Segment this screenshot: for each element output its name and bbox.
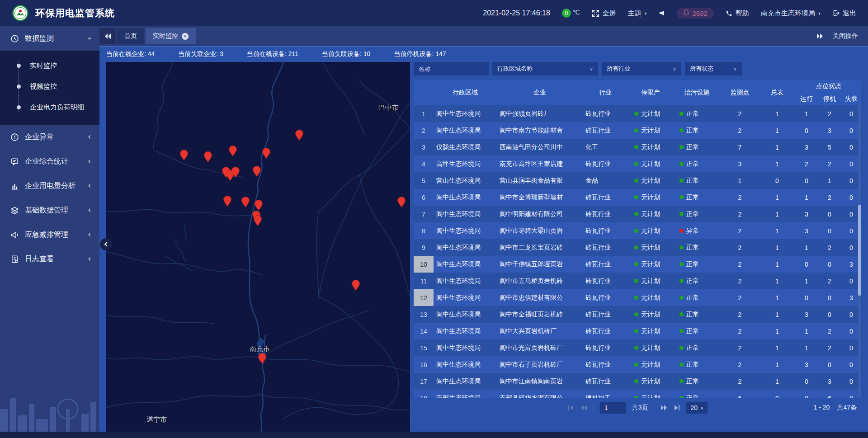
- cell-enterprise: 阆中大兴页岩机砖厂: [497, 323, 583, 339]
- table-row[interactable]: 7阆中生态环境局阆中明阳建材有限公司砖瓦行业无计划正常21300: [414, 206, 861, 222]
- scrollbar-thumb[interactable]: [858, 205, 861, 296]
- sound-toggle[interactable]: [659, 10, 665, 16]
- table-row[interactable]: 8阆中生态环境局阆中市枣碧大梁山页岩砖瓦行业无计划异常21300: [414, 222, 861, 239]
- cell-region: 仪陇生态环境局: [434, 139, 497, 155]
- map-panel[interactable]: 巴中市南充市遂宁市: [106, 62, 410, 432]
- notification-badge[interactable]: 2632: [677, 8, 714, 19]
- tab-close-icon[interactable]: ✕: [182, 33, 189, 40]
- table-row[interactable]: 15阆中生态环境局阆中市光富页岩机砖厂砖瓦行业无计划正常21120: [414, 339, 861, 356]
- cell-industry: 建材加工: [583, 390, 628, 398]
- table-row[interactable]: 5营山生态环境局营山县润丰肉食品有限食品无计划正常10010: [414, 172, 861, 189]
- pagination-bar: 共3页 20 ∨: [414, 398, 861, 417]
- map-pin-icon[interactable]: [255, 200, 263, 211]
- table-row[interactable]: 9阆中生态环境局阆中市二龙长宝页岩砖砖瓦行业无计划正常21120: [414, 239, 861, 256]
- cell-region: 阆中生态环境局: [434, 105, 497, 122]
- map-pin-icon[interactable]: [295, 130, 303, 141]
- limit-status-dot: [634, 346, 638, 350]
- cell-total-meters: 1: [759, 122, 795, 139]
- chart-icon: [10, 181, 19, 190]
- sidebar-item-enterprise-statistics[interactable]: 企业综合统计: [0, 149, 99, 174]
- sidebar-item-base-data-management[interactable]: 基础数据管理: [0, 198, 99, 222]
- table-row[interactable]: 18南部生态环境局南部县砚华水泥有限公建材加工无计划正常60060: [414, 390, 861, 398]
- industry-select[interactable]: 所有行业 ∨: [602, 62, 681, 75]
- map-pin-icon[interactable]: [204, 151, 212, 162]
- table-row[interactable]: 11阆中生态环境局阆中市五马桥页岩机砖砖瓦行业无计划正常21120: [414, 273, 861, 289]
- help-button[interactable]: 帮助: [726, 9, 749, 18]
- map-pin-icon[interactable]: [241, 197, 250, 207]
- map-pin-icon[interactable]: [253, 166, 261, 177]
- column-header: 行政区域: [434, 80, 497, 105]
- limit-status-dot: [634, 262, 638, 266]
- cell-running: 1: [795, 323, 818, 339]
- table-row[interactable]: 1阆中生态环境局阆中强锐页岩砖厂砖瓦行业无计划正常21120: [414, 105, 861, 122]
- sidebar-collapse-handle[interactable]: [100, 238, 112, 250]
- table-row[interactable]: 10阆中生态环境局阆中千佛镇五郎垭页岩砖瓦行业无计划正常21003: [414, 256, 861, 273]
- sidebar-item-log-view[interactable]: 日志查看: [0, 247, 99, 271]
- cell-pollution-facility: 正常: [673, 339, 721, 356]
- sidebar-subitem-realtime-monitor[interactable]: 实时监控: [0, 55, 99, 76]
- map-pin-icon[interactable]: [258, 353, 266, 364]
- cell-region: 高坪生态环境局: [434, 155, 497, 172]
- facility-status-dot: [679, 296, 684, 300]
- cell-monitor-points: 2: [721, 323, 759, 339]
- cell-region: 阆中生态环境局: [434, 356, 497, 373]
- map-pin-icon[interactable]: [254, 215, 262, 226]
- table-row[interactable]: 6阆中生态环境局阆中市金博瑞新型墙材砖瓦行业无计划正常21120: [414, 189, 861, 206]
- region-select[interactable]: 行政区域名称 ∨: [492, 62, 598, 75]
- limit-status-dot: [634, 379, 638, 383]
- table-row[interactable]: 12阆中生态环境局阆中市忠信建材有限公砖瓦行业无计划正常21003: [414, 289, 861, 306]
- table-scrollbar[interactable]: [858, 105, 861, 398]
- fullscreen-button[interactable]: 全屏: [592, 9, 616, 18]
- sidebar-item-enterprise-abnormal[interactable]: 企业异常: [0, 125, 99, 149]
- map-pin-icon[interactable]: [223, 196, 231, 207]
- map-pin-icon[interactable]: [352, 280, 360, 291]
- sidebar-subitem-power-load-detail[interactable]: 企业电力负荷明细: [0, 97, 99, 118]
- table-row[interactable]: 2阆中生态环境局阆中市南方节能建材有砖瓦行业无计划正常21030: [414, 122, 861, 139]
- column-header: 总表: [759, 80, 795, 105]
- cell-monitor-points: 2: [721, 373, 759, 390]
- sidebar-item-emergency-reduction[interactable]: 应急减排管理: [0, 222, 99, 247]
- table-row[interactable]: 4高坪生态环境局南充市高坪区王家店建砖瓦行业无计划正常31220: [414, 155, 861, 172]
- limit-status-dot: [634, 128, 638, 132]
- table-row[interactable]: 14阆中生态环境局阆中大兴页岩机砖厂砖瓦行业无计划正常21120: [414, 323, 861, 339]
- sidebar-item-data-monitoring[interactable]: 数据监测: [0, 26, 99, 51]
- first-page-button[interactable]: [567, 405, 574, 411]
- tabs-scroll-left-button[interactable]: [99, 28, 116, 44]
- limit-status-dot: [634, 212, 638, 216]
- chevron-left-icon: [87, 207, 92, 213]
- cell-stopped: 2: [818, 239, 841, 256]
- cell-running: 3: [795, 306, 818, 323]
- logout-button[interactable]: 退出: [832, 9, 856, 18]
- tab-home[interactable]: 首页: [117, 28, 144, 44]
- table-row[interactable]: 13阆中生态环境局阆中市金福旺页岩机砖砖瓦行业无计划正常21300: [414, 306, 861, 323]
- sidebar-item-power-usage-analysis[interactable]: 企业用电量分析: [0, 174, 99, 198]
- stats-row: 当前在线企业: 44当前失联企业: 3当前在线设备: 211当前失联设备: 10…: [106, 47, 861, 62]
- tabs-scroll-right-button[interactable]: [816, 33, 824, 39]
- map-pin-icon[interactable]: [180, 150, 188, 160]
- tab-realtime-monitor[interactable]: 实时监控 ✕: [146, 28, 196, 44]
- map-pin-icon[interactable]: [231, 167, 240, 178]
- map-pin-icon[interactable]: [397, 197, 406, 207]
- theme-dropdown[interactable]: 主题 ▾: [628, 9, 647, 18]
- cell-limit-production: 无计划: [628, 356, 673, 373]
- previous-page-button[interactable]: [580, 405, 588, 411]
- facility-status-dot: [679, 312, 684, 316]
- page-size-select[interactable]: 20 ∨: [686, 402, 708, 414]
- name-search-input[interactable]: [414, 62, 489, 75]
- map-pin-icon[interactable]: [229, 146, 237, 156]
- table-row[interactable]: 17阆中生态环境局阆中市江南镇阆南页岩砖瓦行业无计划正常21030: [414, 373, 861, 390]
- cell-total-meters: 1: [759, 222, 795, 239]
- status-select[interactable]: 所有状态 ∨: [685, 62, 742, 75]
- sidebar-subitem-video-monitor[interactable]: 视频监控: [0, 76, 99, 97]
- stat-item: 当前停机设备: 147: [394, 50, 446, 58]
- org-dropdown[interactable]: 南充市生态环境局 ▾: [761, 9, 821, 18]
- page-number-input[interactable]: [600, 402, 626, 414]
- last-page-button[interactable]: [674, 405, 680, 411]
- next-page-button[interactable]: [660, 405, 668, 411]
- table-row[interactable]: 16阆中生态环境局阆中市石子页岩机砖厂砖瓦行业无计划正常21300: [414, 356, 861, 373]
- table-row[interactable]: 3仪陇生态环境局西南油气田分公司川中化工无计划正常71350: [414, 139, 861, 155]
- cell-monitor-points: 2: [721, 273, 759, 289]
- map-pin-icon[interactable]: [262, 148, 270, 159]
- temperature-badge: 0: [562, 9, 571, 18]
- close-operations-button[interactable]: 关闭操作: [833, 32, 858, 40]
